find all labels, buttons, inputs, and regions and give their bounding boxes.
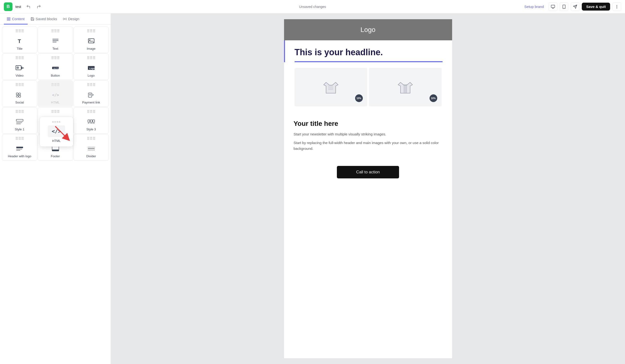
email-logo-section: Logo	[284, 19, 452, 40]
product-card-2: 10%	[369, 68, 441, 106]
send-button[interactable]	[571, 2, 579, 11]
redo-icon	[37, 4, 41, 9]
svg-point-9	[617, 8, 617, 8]
block-logo-label: Logo	[88, 74, 94, 77]
block-title-label: Title	[17, 47, 22, 50]
block-style3-label: Style 3	[87, 127, 96, 131]
drag-handle: ⠿⠿⠿	[87, 136, 95, 141]
topbar-right: Setup brand Save & quit	[522, 2, 621, 11]
svg-rect-44	[88, 120, 90, 122]
block-text-label: Text	[53, 47, 58, 50]
email-content-section: Your title here Start your newsletter wi…	[284, 112, 452, 162]
topbar-nav	[24, 2, 43, 11]
button-block-icon: BUTTON	[51, 64, 60, 72]
saved-blocks-tab-icon	[31, 17, 34, 21]
drag-handle: ⠿⠿⠿	[15, 110, 24, 114]
block-text[interactable]: ⠿⠿⠿ Text	[38, 27, 73, 53]
block-html[interactable]: ⠿⠿⠿ </> HTML	[38, 80, 73, 107]
content-tab-icon	[7, 17, 11, 21]
block-image[interactable]: ⠿⠿⠿ Image	[73, 27, 109, 53]
email-headline-section: This is your headline.	[284, 40, 452, 62]
svg-rect-37	[16, 119, 23, 121]
drag-handle: ⠿⠿⠿	[87, 110, 95, 114]
topbar-left: B test	[4, 2, 43, 11]
logo-block-icon: Logo	[87, 64, 95, 72]
style3-block-icon	[87, 118, 95, 125]
svg-text:</>: </>	[52, 93, 59, 97]
tab-design[interactable]: Design	[60, 13, 82, 25]
content-body-1: Start your newsletter with multiple visu…	[294, 131, 442, 137]
payment-link-block-icon	[87, 91, 95, 99]
drag-handle: ⠿⠿⠿	[51, 56, 60, 60]
block-style3[interactable]: ⠿⠿⠿ Style 3	[73, 107, 109, 134]
tooltip-drag-dots: ⠿⠿⠿⠿	[52, 121, 61, 123]
product-card-1: 10%	[295, 68, 367, 106]
svg-marker-22	[22, 67, 24, 69]
desktop-view-button[interactable]	[549, 2, 557, 11]
svg-rect-31	[16, 95, 18, 97]
drag-handle: ⠿⠿⠿	[51, 29, 60, 33]
drag-handle: ⠿⠿⠿	[51, 110, 60, 114]
html-block-icon: </>	[51, 91, 60, 99]
design-tab-icon	[63, 17, 67, 21]
email-canvas: Logo This is your headline. 10%	[284, 19, 452, 358]
content-title: Your title here	[294, 120, 442, 127]
undo-icon	[26, 4, 31, 9]
drag-handle: ⠿⠿⠿	[87, 56, 95, 60]
sidebar: Content Saved blocks Design ⠿⠿⠿ T Title	[0, 13, 111, 364]
email-cta-section: Call to action	[284, 162, 452, 186]
block-payment-link-label: Payment link	[82, 101, 100, 104]
email-headline: This is your headline.	[295, 47, 442, 57]
block-title[interactable]: ⠿⠿⠿ T Title	[2, 27, 37, 53]
save-quit-button[interactable]: Save & quit	[582, 3, 610, 11]
block-html-label: HTML	[51, 101, 60, 104]
drag-handle: ⠿⠿⠿	[87, 29, 95, 33]
block-style1-label: Style 1	[15, 127, 25, 131]
block-social[interactable]: ⠿⠿⠿ Social	[2, 80, 37, 107]
block-social-label: Social	[15, 101, 24, 104]
divider-block-icon	[87, 145, 95, 152]
header-with-logo-block-icon	[15, 145, 24, 152]
block-payment-link[interactable]: ⠿⠿⠿ Payment link	[73, 80, 109, 107]
send-icon	[573, 4, 577, 9]
brand-logo: B	[4, 2, 12, 11]
block-image-label: Image	[87, 47, 95, 50]
block-divider[interactable]: ⠿⠿⠿ Divider	[73, 134, 109, 161]
block-logo[interactable]: ⠿⠿⠿ Logo Logo	[73, 54, 109, 80]
drag-handle: ⠿⠿⠿	[15, 83, 24, 87]
image-block-icon	[87, 37, 95, 45]
content-body-2: Start by replacing the full-width header…	[294, 140, 442, 152]
svg-point-7	[617, 5, 617, 6]
more-options-button[interactable]	[613, 2, 621, 11]
cta-button[interactable]: Call to action	[337, 166, 399, 178]
sidebar-tabs: Content Saved blocks Design	[0, 13, 111, 25]
title-block-icon: T	[16, 37, 24, 45]
block-footer-label: Footer	[51, 154, 60, 158]
block-button[interactable]: ⠿⠿⠿ BUTTON Button	[38, 54, 73, 80]
svg-rect-19	[88, 39, 94, 43]
drag-handle: ⠿⠿⠿	[15, 136, 24, 141]
tooltip-html-icon: </>	[48, 125, 65, 137]
drag-handle: ⠿⠿⠿	[87, 83, 95, 87]
block-style1[interactable]: ⠿⠿⠿ Style 1	[2, 107, 37, 134]
email-logo-placeholder: Logo	[360, 26, 375, 34]
svg-rect-50	[16, 147, 23, 148]
tshirt-icon-2	[396, 78, 415, 97]
product-badge-1: 10%	[355, 94, 363, 102]
undo-button[interactable]	[24, 2, 33, 11]
tab-content[interactable]: Content	[4, 13, 28, 25]
unsaved-changes-label: Unsaved changes	[299, 5, 326, 9]
block-header-with-logo[interactable]: ⠿⠿⠿ Header with logo	[2, 134, 37, 161]
tooltip-html-label: HTML	[52, 139, 61, 143]
tab-saved-blocks[interactable]: Saved blocks	[28, 13, 60, 25]
text-block-icon	[52, 37, 59, 45]
block-video[interactable]: ⠿⠿⠿ Video	[2, 54, 37, 80]
mobile-view-button[interactable]	[560, 2, 568, 11]
tshirt-icon-1	[321, 78, 341, 97]
setup-brand-button[interactable]: Setup brand	[522, 3, 546, 10]
redo-button[interactable]	[34, 2, 43, 11]
mobile-icon	[562, 4, 566, 9]
svg-rect-32	[19, 95, 21, 97]
main-layout: Content Saved blocks Design ⠿⠿⠿ T Title	[0, 0, 625, 364]
svg-rect-46	[93, 120, 94, 122]
